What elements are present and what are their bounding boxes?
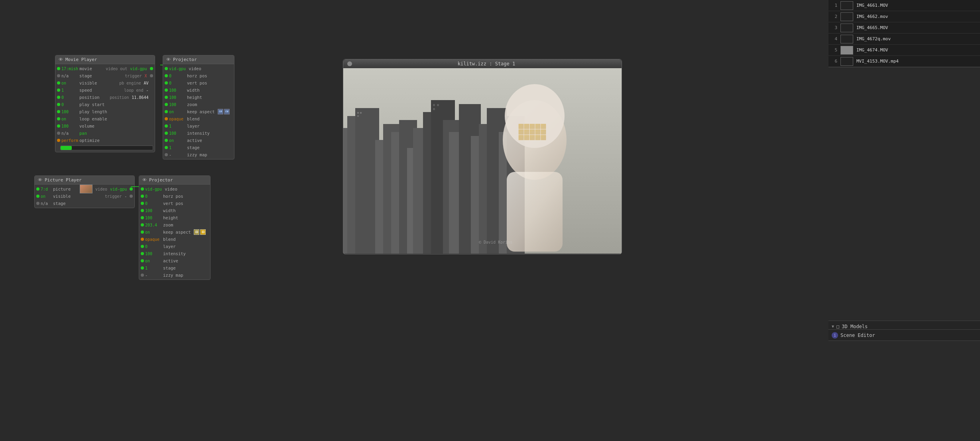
file-row-1[interactable]: 1 IMG_4661.MOV [828,0,980,11]
proj1-row-vertpos[interactable]: 0 vert pos [163,79,234,87]
proj1-row-keepaspect[interactable]: on keep aspect 🗺 🗺 [163,108,234,115]
proj1-row-intensity[interactable]: 100 intensity [163,130,234,137]
label-p2-height: height [163,215,187,220]
proj2-row-zoom[interactable]: 203.4 zoom [139,221,210,228]
svg-rect-42 [519,135,523,140]
svg-rect-38 [524,130,529,134]
file-row-6[interactable]: 6 MVI_4153.MOV.mp4 [828,56,980,67]
proj2-row-stage[interactable]: 1 stage [139,264,210,272]
proj1-row-width[interactable]: 100 width [163,87,234,94]
pic-row-stage[interactable]: n/a stage [35,200,134,207]
val-p2-stage: 1 [145,266,162,270]
dot-movie [57,67,60,70]
proj1-row-izzymap[interactable]: - izzy map [163,151,234,158]
proj1-row-height[interactable]: 100 height [163,94,234,101]
val-vidgpu-in: vid-gpu [169,67,186,71]
svg-rect-24 [357,115,359,117]
movie-row-visible[interactable]: on visible pb engine AV [55,79,155,87]
movie-row-optimize[interactable]: perform optimize [55,137,155,144]
movie-row-playlength[interactable]: 100 play length [55,108,155,115]
proj1-row-stage[interactable]: 1 stage [163,144,234,151]
label-p1-height: height [187,95,211,100]
movie-row-stage[interactable]: n/a stage trigger X [55,72,155,79]
val-pic-visible: on [41,194,52,199]
svg-rect-44 [530,135,535,140]
dot-p1-vertpos [165,81,168,85]
dot-p1-layer [165,124,168,128]
dot-p2-keepaspect [141,230,144,234]
proj2-row-keepaspect[interactable]: on keep aspect 🖼 🖼 [139,228,210,236]
file-thumb-1 [840,1,853,10]
dot-playstart [57,103,60,106]
movie-row-movie[interactable]: 17:mish movie video out vid-gpu [55,65,155,72]
movie-row-volume[interactable]: 100 volume [55,122,155,130]
proj2-row-intensity[interactable]: 100 intensity [139,250,210,257]
file-num-6: 6 [831,59,837,64]
dot-pan [57,132,60,135]
label-p1-width: width [187,88,211,93]
label-video-out: video out [106,67,127,71]
val-optimize: perform [61,138,78,143]
pic-icon-btn[interactable]: 🖼 🖼 [194,229,206,235]
label-p2-zoom: zoom [163,222,187,227]
label-p2-active: active [163,258,187,263]
file-row-5[interactable]: 5 IMG_4674.MOV [828,45,980,56]
movie-row-speed[interactable]: 1 speed loop end - [55,87,155,94]
movie-row-pan[interactable]: n/a pan [55,130,155,137]
svg-rect-33 [524,124,529,129]
stage-content: © David Korins [343,68,622,254]
dot-pic-trigger [130,195,133,198]
label-p2-video: video [165,187,189,191]
proj2-row-height[interactable]: 100 height [139,214,210,221]
label-speed: speed [79,88,103,93]
val-p2-keepaspect: on [145,230,162,234]
proj2-row-active[interactable]: on active [139,257,210,264]
projector2-rows: vid-gpu video 0 horz pos 0 vert pos 100 … [139,185,210,280]
pic-row-visible[interactable]: on visible trigger - [35,193,134,200]
svg-rect-23 [360,112,362,114]
traffic-light[interactable] [347,61,352,66]
proj1-row-horzpos[interactable]: 0 horz pos [163,72,234,79]
proj2-row-width[interactable]: 100 width [139,207,210,214]
val-pic-stage: n/a [41,201,52,206]
proj1-row-layer[interactable]: 1 layer [163,122,234,130]
movie-row-playstart[interactable]: 0 play start [55,101,155,108]
proj2-row-video[interactable]: vid-gpu video [139,185,210,193]
file-row-2[interactable]: 2 IMG_4662.mov [828,11,980,22]
svg-rect-27 [433,108,435,110]
label-stage: stage [79,73,103,78]
eye-icon-proj2: 👁 [142,177,147,183]
svg-rect-36 [541,124,546,129]
label-pb-engine: pb engine [119,81,141,85]
movie-row-loopenable[interactable]: on loop enable [55,115,155,122]
proj1-row-blend[interactable]: opaque blend [163,115,234,122]
label-p1-zoom: zoom [187,102,211,107]
proj2-row-izzymap[interactable]: - izzy map [139,272,210,279]
proj2-row-blend[interactable]: opaque blend [139,236,210,243]
dot-p2-blend [141,238,144,241]
svg-rect-39 [530,130,535,134]
val-playlength: 100 [61,110,78,114]
val-17mish: 17:mish [61,67,78,71]
projector1-title: Projector [173,57,197,62]
map-icon-1: 🗺 [218,109,223,114]
label-pic-stage: stage [53,201,77,206]
progress-bar-fill [61,146,72,150]
label-p2-horzpos: horz pos [163,194,187,199]
map-btn[interactable]: 🗺 🗺 [218,109,230,114]
proj2-row-vertpos[interactable]: 0 vert pos [139,200,210,207]
svg-rect-45 [535,135,540,140]
file-thumb-2 [840,12,853,21]
proj1-row-active[interactable]: on active [163,137,234,144]
label-pic-trigger: trigger [105,194,122,199]
projector1-rows: vid-gpu video 0 horz pos 0 vert pos 100 … [163,64,234,159]
val-p2-width: 100 [145,209,162,213]
pic-row-picture[interactable]: 7:d picture video vid-gpu [35,185,134,193]
proj1-row-zoom[interactable]: 100 zoom [163,101,234,108]
proj2-row-layer[interactable]: 0 layer [139,243,210,250]
file-row-4[interactable]: 4 IMG_4672q.mov [828,33,980,45]
proj1-row-video[interactable]: vid-gpu video [163,65,234,72]
file-row-3[interactable]: 3 IMG_4665.MOV [828,22,980,33]
movie-row-position[interactable]: 0 position position 11.8644 [55,94,155,101]
proj2-row-horzpos[interactable]: 0 horz pos [139,193,210,200]
